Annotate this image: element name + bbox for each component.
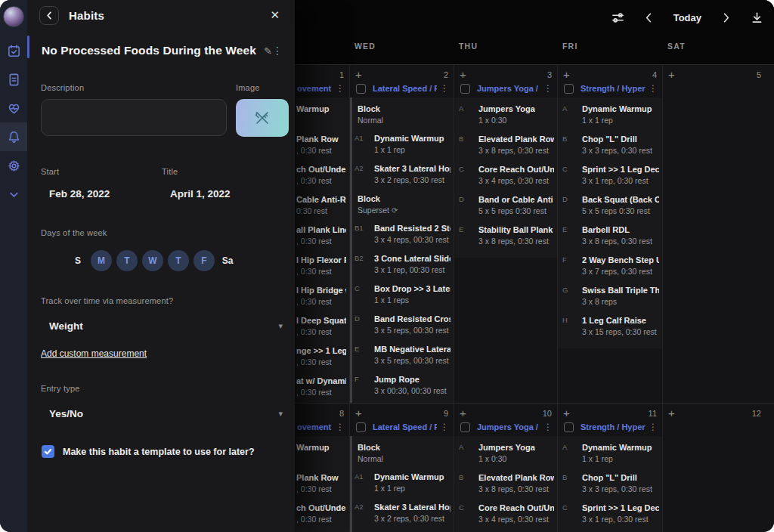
exercise-item[interactable]: Plank Row , 0:30 rest	[295, 132, 346, 162]
exercise-item[interactable]: A1 Dynamic Warmup 1 x 1 rep	[350, 131, 450, 162]
workout-title[interactable]: Jumpers Yoga / Core	[477, 84, 540, 93]
exercise-item[interactable]: Warmup	[295, 102, 346, 132]
day-cell[interactable]: + 3 Jumpers Yoga / Core ⋮ A Jumpers Yoga…	[454, 65, 558, 403]
workout-kebab-icon[interactable]: ⋮	[646, 422, 658, 432]
sidebar-item-notifications[interactable]	[0, 122, 27, 151]
next-week-icon[interactable]	[720, 11, 732, 24]
exercise-item[interactable]: D Band Resisted Crossover... 3 x 5 reps,…	[350, 312, 450, 342]
exercise-item[interactable]: C Core Reach Out/Under 3 x 4 reps, 0:30 …	[454, 501, 554, 531]
workout-title[interactable]: Lateral Speed / Plyo	[373, 84, 437, 93]
sidebar-item-health[interactable]	[0, 94, 27, 122]
workout-title[interactable]: Jumpers Yoga / Core	[477, 422, 540, 431]
exercise-item[interactable]: C Core Reach Out/Under 3 x 4 reps, 0:30 …	[454, 162, 554, 193]
day-toggle-s[interactable]: S	[70, 255, 86, 266]
exercise-item[interactable]: E Stability Ball Plank Linear ... 3 x 8 …	[454, 223, 554, 253]
day-toggle-f[interactable]: F	[194, 250, 215, 271]
exercise-item[interactable]: l Hip Flexor Rais... , 0:30 rest	[295, 253, 346, 283]
sidebar-item-calendar[interactable]	[0, 36, 27, 65]
day-cell[interactable]: + 12	[663, 404, 766, 532]
prev-week-icon[interactable]	[642, 11, 655, 24]
close-icon[interactable]: ✕	[267, 7, 283, 23]
user-avatar[interactable]	[3, 6, 24, 27]
workout-title[interactable]: Strength / Hypertro...	[580, 84, 646, 93]
today-button[interactable]: Today	[673, 12, 701, 23]
exercise-item[interactable]: E MB Negative Lateral Hop... 3 x 5 reps,…	[350, 342, 450, 373]
day-cell[interactable]: + 2 Lateral Speed / Plyo ⋮ Block Normal …	[350, 65, 454, 403]
exercise-item[interactable]: C Sprint >> 1 Leg Declarations 3 x 1 rep…	[558, 162, 659, 193]
add-workout-icon[interactable]: +	[460, 70, 466, 80]
workout-checkbox[interactable]	[356, 84, 366, 94]
workout-kebab-icon[interactable]: ⋮	[540, 83, 553, 94]
day-cell[interactable]: + 4 Strength / Hypertro... ⋮ A Dynamic W…	[558, 65, 663, 403]
workout-title[interactable]: ovement Q...	[297, 84, 333, 93]
exercise-item[interactable]: B Elevated Plank Row 3 x 8 reps, 0:30 re…	[454, 132, 554, 162]
exercise-item[interactable]: at w/ Dynamic P... , 0:30 rest	[295, 374, 346, 403]
add-workout-icon[interactable]: +	[460, 408, 466, 419]
sidebar-item-settings[interactable]	[0, 151, 27, 180]
day-toggle-t[interactable]: T	[116, 250, 138, 271]
day-cell[interactable]: + 5	[663, 65, 766, 403]
exercise-item[interactable]: Warmup	[295, 441, 346, 471]
workout-checkbox[interactable]	[460, 422, 470, 432]
add-workout-icon[interactable]: +	[355, 408, 362, 419]
exercise-item[interactable]: B Elevated Plank Row 3 x 8 reps, 0:30 re…	[454, 471, 554, 501]
day-cell[interactable]: + 8 ovement Q... ⋮ Warmup Plank Row , 0:…	[295, 404, 350, 532]
day-cell[interactable]: + 10 Jumpers Yoga / Core ⋮ A Jumpers Yog…	[454, 404, 558, 532]
modal-scrollbar[interactable]	[27, 36, 29, 58]
add-workout-icon[interactable]: +	[563, 408, 570, 419]
exercise-item[interactable]: B1 Band Resisted 2 Step Late... 3 x 4 re…	[350, 221, 450, 252]
add-workout-icon[interactable]: +	[355, 70, 362, 80]
exercise-item[interactable]: F Jump Rope 3 x 00:30, 00:30 rest	[350, 373, 450, 403]
exercise-item[interactable]: A Jumpers Yoga 1 x 0:30	[454, 102, 554, 132]
workout-checkbox[interactable]	[564, 422, 574, 432]
exercise-item[interactable]: C Box Drop >> 3 Lateral H... 1 x 1 reps	[350, 282, 450, 312]
workout-checkbox[interactable]	[356, 422, 366, 432]
back-button[interactable]	[39, 6, 59, 25]
add-custom-measurement-link[interactable]: Add custom measurement	[41, 348, 147, 359]
workout-kebab-icon[interactable]: ⋮	[437, 422, 449, 432]
exercise-item[interactable]: all Plank Linear ... , 0:30 rest	[295, 223, 346, 253]
add-workout-icon[interactable]: +	[563, 70, 570, 80]
exercise-item[interactable]: D Band or Cable Anti Rotati... 5 x 5 rep…	[454, 193, 554, 223]
workout-kebab-icon[interactable]: ⋮	[437, 83, 449, 94]
day-cell[interactable]: + 1 ovement Q... ⋮ Warmup Plank Row , 0:…	[295, 65, 350, 403]
day-toggle-t[interactable]: T	[168, 250, 189, 271]
exercise-item[interactable]: ch Out/Under , 0:30 rest	[295, 162, 346, 193]
exercise-item[interactable]: E Barbell RDL 3 x 8 reps, 0:30 rest	[558, 223, 659, 253]
exercise-item[interactable]: D Back Squat (Back Off Set) 5 x 5 reps 0…	[558, 193, 659, 223]
exercise-item[interactable]: l Deep Squat Mo... , 0:30 rest	[295, 314, 346, 344]
exercise-item[interactable]: A2 Skater 3 Lateral Hops >> ... 3 x 2 re…	[350, 500, 450, 530]
workout-title[interactable]: ovement Q...	[297, 422, 333, 431]
habit-image-tile[interactable]	[236, 99, 289, 137]
measurement-select[interactable]: Weight ▾	[27, 305, 295, 332]
exercise-item[interactable]: B Chop "L" Drill 3 x 3 reps, 0:30 rest	[558, 132, 659, 162]
day-toggle-m[interactable]: M	[91, 250, 112, 271]
sidebar-item-documents[interactable]	[0, 65, 27, 94]
template-checkbox[interactable]	[42, 445, 54, 458]
exercise-item[interactable]: A1 Dynamic Warmup 1 x 1 rep	[350, 470, 450, 500]
exercise-item[interactable]: F 2 Way Bench Step Up 3 x 7 reps, 0:30 r…	[558, 253, 659, 283]
end-date-value[interactable]: April 1, 2022	[170, 188, 283, 200]
exercise-item[interactable]: nge >> 1 Leg St... , 0:30 rest	[295, 344, 346, 374]
exercise-item[interactable]: B Chop "L" Drill 3 x 3 reps, 0:30 rest	[558, 471, 659, 501]
exercise-item[interactable]: H 1 Leg Calf Raise 3 x 15 reps, 0:30 res…	[558, 314, 659, 344]
add-workout-icon[interactable]: +	[668, 70, 675, 80]
workout-kebab-icon[interactable]: ⋮	[646, 83, 658, 94]
day-cell[interactable]: + 11 Strength / Hypertro... ⋮ A Dynamic …	[558, 404, 663, 532]
workout-kebab-icon[interactable]: ⋮	[540, 422, 553, 432]
exercise-item[interactable]: ch Out/Under , 0:30 rest	[295, 501, 346, 531]
edit-pencil-icon[interactable]: ✎	[264, 45, 272, 57]
exercise-item[interactable]: A Jumpers Yoga 1 x 0:30	[454, 441, 554, 471]
workout-title[interactable]: Strength / Hypertro...	[580, 422, 646, 431]
exercise-item[interactable]: Cable Anti-Rotati... 0:30 rest	[295, 193, 346, 223]
exercise-item[interactable]: Plank Row , 0:30 rest	[295, 471, 346, 501]
exercise-item[interactable]: B2 3 Cone Lateral Slide 3 x 1 rep, 00:30…	[350, 252, 450, 282]
add-workout-icon[interactable]: +	[668, 408, 675, 419]
exercise-item[interactable]: A Dynamic Warmup 1 x 1 rep	[558, 102, 659, 132]
day-cell[interactable]: + 9 Lateral Speed / Plyo ⋮ Block Normal …	[350, 404, 454, 532]
exercise-item[interactable]: l Hip Bridge w/ ... , 0:30 rest	[295, 283, 346, 314]
description-input[interactable]	[41, 99, 227, 136]
day-toggle-sa[interactable]: Sa	[219, 255, 236, 266]
exercise-item[interactable]: A2 Skater 3 Lateral Hops >> ... 3 x 2 re…	[350, 162, 450, 192]
filter-sliders-icon[interactable]	[611, 11, 624, 24]
